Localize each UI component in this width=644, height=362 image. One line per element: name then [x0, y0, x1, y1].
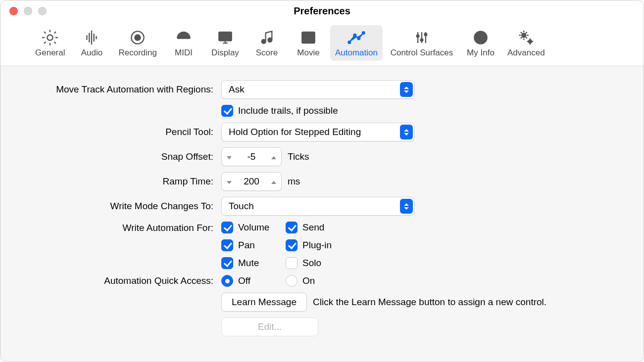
snap-offset-label: Snap Offset: [0, 151, 213, 162]
svg-point-16 [421, 39, 423, 41]
tab-midi[interactable]: MIDI [164, 25, 203, 61]
svg-point-20 [522, 33, 526, 37]
quick-access-off-radio[interactable] [221, 275, 233, 287]
gears-icon [517, 28, 536, 47]
svg-point-2 [135, 35, 141, 40]
svg-point-15 [417, 35, 419, 37]
svg-point-19 [479, 34, 483, 38]
stepper-value: 200 [237, 176, 266, 187]
close-window-button[interactable] [9, 7, 18, 15]
include-trails-label: Include trails, if possible [238, 105, 338, 116]
write-automation-for-label: Write Automation For: [0, 222, 213, 233]
send-label: Send [302, 222, 324, 233]
gear-icon [41, 28, 59, 47]
tab-label: Control Surfaces [391, 48, 453, 58]
window-controls [0, 7, 47, 15]
write-mode-select[interactable]: Touch [221, 197, 414, 216]
chevron-down-icon [227, 178, 232, 185]
display-icon [216, 28, 235, 47]
tab-recording[interactable]: Recording [113, 25, 162, 61]
tab-general[interactable]: General [30, 25, 70, 61]
window-title: Preferences [0, 5, 644, 17]
svg-point-11 [348, 41, 350, 44]
tab-audio[interactable]: Audio [72, 25, 111, 61]
pencil-tool-select[interactable]: Hold Option for Stepped Editing [221, 123, 414, 141]
learn-message-button[interactable]: Learn Message [221, 293, 307, 312]
svg-rect-7 [219, 32, 231, 41]
select-arrows-icon [400, 199, 413, 214]
tab-automation[interactable]: Automation [330, 25, 383, 61]
solo-checkbox[interactable] [286, 257, 297, 269]
select-value: Ask [229, 84, 245, 95]
tab-label: Display [211, 48, 239, 58]
tab-label: Movie [297, 48, 319, 58]
plugin-checkbox[interactable] [286, 239, 297, 251]
snap-offset-stepper[interactable]: -5 [221, 147, 282, 166]
volume-checkbox[interactable] [221, 222, 233, 233]
tab-label: Audio [81, 48, 102, 58]
svg-point-12 [353, 34, 356, 37]
stepper-increment[interactable] [266, 153, 281, 161]
select-value: Hold Option for Stepped Editing [229, 127, 361, 137]
tab-label: Recording [118, 48, 157, 58]
movie-icon [299, 28, 318, 47]
tab-my-info[interactable]: My Info [461, 25, 500, 61]
sliders-icon [412, 28, 431, 47]
volume-label: Volume [238, 222, 269, 233]
pencil-tool-label: Pencil Tool: [0, 127, 213, 137]
tab-label: Advanced [507, 48, 545, 58]
preferences-toolbar: General Audio Recording MIDI Display [0, 21, 644, 66]
score-icon [257, 28, 276, 47]
svg-point-5 [185, 35, 186, 36]
tab-movie[interactable]: Movie [289, 25, 328, 61]
send-checkbox[interactable] [286, 222, 297, 233]
zoom-window-button[interactable] [38, 7, 47, 15]
stepper-increment[interactable] [266, 178, 281, 185]
move-track-automation-select[interactable]: Ask [221, 80, 414, 99]
edit-button: Edit... [221, 317, 318, 336]
ramp-time-stepper[interactable]: 200 [221, 172, 282, 191]
plugin-label: Plug-in [302, 240, 332, 251]
tab-label: MIDI [175, 48, 193, 58]
tab-label: Automation [335, 48, 378, 58]
solo-label: Solo [302, 258, 321, 269]
tab-label: General [35, 48, 65, 58]
tab-advanced[interactable]: Advanced [502, 25, 550, 61]
tab-label: Score [256, 48, 278, 58]
tab-control-surfaces[interactable]: Control Surfaces [385, 25, 459, 61]
minimize-window-button[interactable] [24, 7, 32, 15]
ramp-time-label: Ramp Time: [0, 176, 213, 187]
automation-icon [347, 28, 366, 47]
write-mode-label: Write Mode Changes To: [0, 201, 213, 212]
automation-preferences-pane: Move Track Automation with Regions: Ask … [0, 66, 644, 362]
user-icon [471, 28, 490, 47]
waveform-icon [82, 28, 101, 47]
titlebar: Preferences [0, 0, 644, 21]
tab-display[interactable]: Display [205, 25, 245, 61]
select-value: Touch [229, 201, 254, 212]
svg-point-13 [357, 37, 360, 40]
on-label: On [302, 275, 315, 286]
select-arrows-icon [400, 82, 413, 97]
stepper-decrement[interactable] [222, 153, 237, 161]
stepper-value: -5 [237, 151, 266, 162]
pan-label: Pan [238, 240, 255, 251]
ramp-time-unit: ms [288, 176, 300, 187]
pan-checkbox[interactable] [221, 239, 233, 251]
svg-point-17 [425, 33, 427, 36]
select-arrows-icon [400, 125, 413, 139]
include-trails-checkbox[interactable] [221, 105, 233, 117]
mute-label: Mute [238, 258, 259, 269]
svg-point-0 [48, 35, 53, 40]
chevron-up-icon [271, 153, 276, 161]
tab-label: My Info [467, 48, 495, 58]
chevron-up-icon [271, 178, 276, 185]
chevron-down-icon [227, 153, 232, 161]
quick-access-on-radio[interactable] [286, 275, 297, 287]
mute-checkbox[interactable] [221, 257, 233, 269]
learn-message-hint: Click the Learn Message button to assign… [313, 297, 546, 308]
tab-score[interactable]: Score [247, 25, 287, 61]
move-track-automation-label: Move Track Automation with Regions: [0, 84, 213, 95]
stepper-decrement[interactable] [222, 178, 237, 185]
svg-point-21 [529, 40, 532, 43]
